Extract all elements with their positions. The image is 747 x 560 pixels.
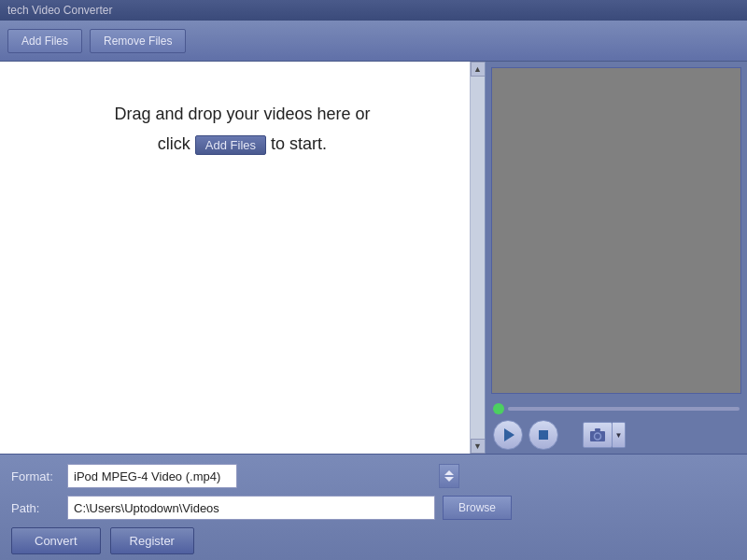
player-controls-area: ▼ xyxy=(486,399,747,454)
title-bar: tech Video Converter xyxy=(0,0,747,21)
drop-text-line1: Drag and drop your videos here or xyxy=(114,105,370,123)
scrollbar-thumb-area xyxy=(471,77,485,439)
toolbar: Add Files Remove Files xyxy=(0,21,747,62)
progress-bar-row xyxy=(493,403,740,414)
stop-button[interactable] xyxy=(529,420,558,450)
add-files-inline-button[interactable]: Add Files xyxy=(195,135,266,155)
controls-row: ▼ xyxy=(493,420,740,450)
play-button[interactable] xyxy=(493,420,523,450)
format-select[interactable] xyxy=(67,464,237,488)
format-label: Format: xyxy=(11,469,67,483)
remove-files-button[interactable]: Remove Files xyxy=(90,29,186,53)
path-row: Path: Browse xyxy=(11,496,736,520)
scrollbar-track: ▲ ▼ xyxy=(470,62,485,454)
format-arrow-down xyxy=(444,477,454,482)
drop-text-line2: to start. xyxy=(271,134,327,153)
svg-rect-2 xyxy=(595,428,600,431)
format-arrow-up xyxy=(444,470,454,475)
app-title: tech Video Converter xyxy=(7,4,113,17)
file-list-inner: Drag and drop your videos here or click … xyxy=(0,62,485,454)
path-label: Path: xyxy=(11,501,67,515)
file-list-panel: Drag and drop your videos here or click … xyxy=(0,62,486,454)
format-select-arrows[interactable] xyxy=(439,464,459,488)
drop-zone-text: Drag and drop your videos here or click … xyxy=(95,99,388,160)
video-preview xyxy=(491,67,741,394)
main-area: Drag and drop your videos here or click … xyxy=(0,62,747,454)
action-row: Convert Register xyxy=(11,527,736,554)
register-button[interactable]: Register xyxy=(110,527,194,554)
path-input[interactable] xyxy=(67,496,435,520)
format-select-wrapper xyxy=(67,464,459,488)
scroll-down-arrow[interactable]: ▼ xyxy=(471,439,486,454)
scroll-up-arrow[interactable]: ▲ xyxy=(471,62,486,77)
snapshot-dropdown-arrow[interactable]: ▼ xyxy=(613,422,626,448)
snapshot-button[interactable] xyxy=(583,422,613,448)
convert-button[interactable]: Convert xyxy=(11,527,101,554)
settings-area: Format: Path: Browse Convert Register xyxy=(0,454,747,560)
browse-button[interactable]: Browse xyxy=(443,496,512,520)
progress-dot xyxy=(493,403,504,414)
preview-panel: ▼ xyxy=(486,62,747,454)
format-row: Format: xyxy=(11,464,736,488)
camera-icon xyxy=(589,427,606,442)
progress-track[interactable] xyxy=(508,407,740,411)
add-files-button[interactable]: Add Files xyxy=(7,29,82,53)
